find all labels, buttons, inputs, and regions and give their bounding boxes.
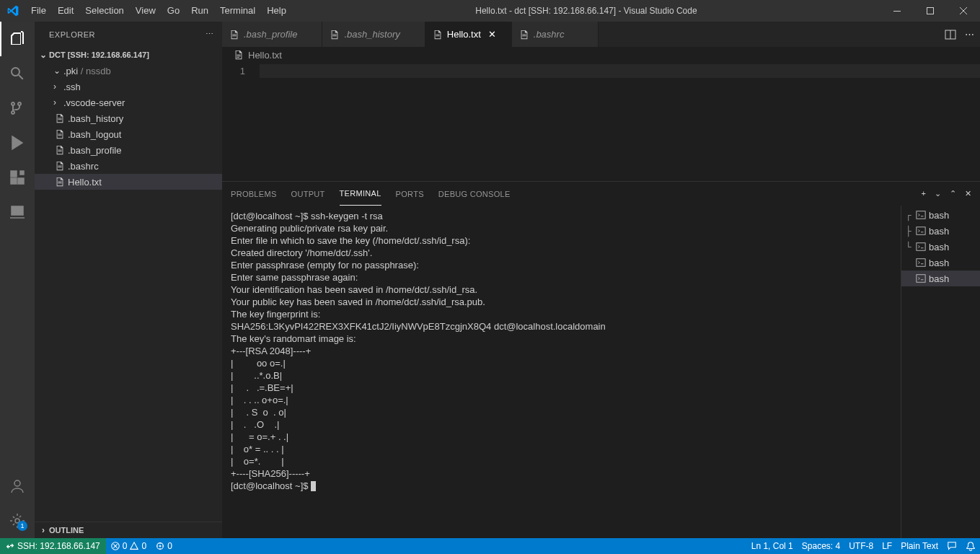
search-icon[interactable] <box>0 56 35 91</box>
split-editor-icon[interactable] <box>945 29 956 40</box>
terminal-label: bash <box>929 242 949 252</box>
status-problems[interactable]: 0 0 <box>106 538 151 554</box>
status-ports[interactable]: 0 <box>151 538 177 554</box>
sidebar-more-icon[interactable]: ⋯ <box>206 30 214 39</box>
close-button[interactable] <box>947 0 980 22</box>
svg-point-34 <box>159 545 162 548</box>
folder-item[interactable]: ›.vscode-server <box>35 94 222 110</box>
explorer-root[interactable]: ⌄ DCT [SSH: 192.168.66.147] <box>35 47 222 63</box>
chevron-down-icon: ⌄ <box>37 50 49 60</box>
svg-rect-27 <box>917 211 925 219</box>
chevron-icon: › <box>53 82 62 92</box>
source-control-icon[interactable] <box>0 91 35 126</box>
more-actions-icon[interactable]: ⋯ <box>965 29 974 40</box>
terminal-icon <box>916 226 926 236</box>
window-title: Hello.txt - dct [SSH: 192.168.66.147] - … <box>292 6 880 16</box>
file-item[interactable]: .bash_logout <box>35 126 222 142</box>
panel-tab-output[interactable]: OUTPUT <box>291 182 325 206</box>
terminal-list-item[interactable]: bash <box>901 271 980 286</box>
menu-view[interactable]: View <box>130 0 162 22</box>
terminal-list-item[interactable]: └bash <box>901 239 980 255</box>
folder-item[interactable]: ⌄.pki / nssdb <box>35 63 222 79</box>
menu-go[interactable]: Go <box>162 0 185 22</box>
extensions-icon[interactable] <box>0 160 35 195</box>
status-feedback-icon[interactable] <box>943 538 961 554</box>
tab-label: .bashrc <box>534 29 565 40</box>
maximize-button[interactable] <box>914 0 947 22</box>
maximize-panel-icon[interactable]: ⌃ <box>950 189 956 198</box>
terminal-label: bash <box>929 258 949 268</box>
status-encoding[interactable]: UTF-8 <box>844 538 878 554</box>
explorer-icon[interactable] <box>0 22 35 56</box>
remote-indicator[interactable]: SSH: 192.168.66.147 <box>0 538 106 554</box>
terminal-output[interactable]: [dct@localhost ~]$ ssh-keygen -t rsa Gen… <box>222 206 901 538</box>
window-controls <box>880 0 980 22</box>
chevron-right-icon: › <box>37 525 49 535</box>
svg-rect-28 <box>917 227 925 235</box>
titlebar: File Edit Selection View Go Run Terminal… <box>0 0 980 22</box>
menu-file[interactable]: File <box>25 0 52 22</box>
menu-run[interactable]: Run <box>185 0 214 22</box>
file-item[interactable]: .bash_profile <box>35 142 222 158</box>
tree-label: .bash_history <box>66 113 123 124</box>
tree-connector: ├ <box>906 226 913 237</box>
editor-tab[interactable]: .bash_history✕ <box>322 22 425 47</box>
new-terminal-icon[interactable]: + <box>922 189 926 198</box>
tree-connector: ┌ <box>906 210 913 221</box>
settings-badge: 1 <box>17 521 27 531</box>
file-item[interactable]: .bashrc <box>35 158 222 174</box>
run-debug-icon[interactable] <box>0 126 35 160</box>
status-spaces[interactable]: Spaces: 4 <box>798 538 844 554</box>
file-item[interactable]: .bash_history <box>35 110 222 126</box>
code-area[interactable] <box>260 64 980 181</box>
file-item[interactable]: Hello.txt <box>35 174 222 190</box>
editor-tab[interactable]: Hello.txt✕ <box>425 22 512 47</box>
status-eol[interactable]: LF <box>878 538 896 554</box>
terminal-cursor <box>311 481 316 491</box>
panel-tab-ports[interactable]: PORTS <box>396 182 424 206</box>
file-icon <box>53 129 66 139</box>
terminal-list-item[interactable]: ┌bash <box>901 207 980 223</box>
activity-bar: 1 <box>0 22 35 538</box>
file-icon <box>229 30 239 40</box>
status-notifications-icon[interactable] <box>961 538 980 554</box>
status-language[interactable]: Plain Text <box>896 538 943 554</box>
sidebar-title: EXPLORER <box>49 30 95 39</box>
remote-explorer-icon[interactable] <box>0 195 35 229</box>
editor-tab[interactable]: .bashrc✕ <box>512 22 599 47</box>
tree-label: .bashrc <box>66 161 99 172</box>
terminal-label: bash <box>929 226 949 237</box>
panel-tab-problems[interactable]: PROBLEMS <box>231 182 277 206</box>
panel-tab-terminal[interactable]: TERMINAL <box>340 182 381 206</box>
outline-section[interactable]: › OUTLINE <box>35 522 222 538</box>
chevron-icon: › <box>53 97 62 107</box>
menu-terminal[interactable]: Terminal <box>214 0 261 22</box>
terminal-list-item[interactable]: bash <box>901 255 980 271</box>
editor-tab[interactable]: .bash_profile✕ <box>222 22 322 47</box>
terminal-dropdown-icon[interactable]: ⌄ <box>935 189 941 198</box>
menu-selection[interactable]: Selection <box>79 0 129 22</box>
editor-group: .bash_profile✕.bash_history✕Hello.txt✕.b… <box>222 22 980 538</box>
breadcrumb[interactable]: Hello.txt <box>222 47 980 63</box>
panel-tab-debug-console[interactable]: DEBUG CONSOLE <box>438 182 511 206</box>
file-icon <box>519 30 529 40</box>
terminal-icon <box>916 210 926 220</box>
tree-label: .pki / nssdb <box>62 66 111 76</box>
minimize-button[interactable] <box>880 0 914 22</box>
account-icon[interactable] <box>0 469 35 504</box>
folder-item[interactable]: ›.ssh <box>35 79 222 94</box>
status-ln-col[interactable]: Ln 1, Col 1 <box>747 538 798 554</box>
menu-edit[interactable]: Edit <box>52 0 79 22</box>
settings-icon[interactable]: 1 <box>0 504 35 538</box>
breadcrumb-file: Hello.txt <box>248 50 282 61</box>
svg-rect-29 <box>917 243 925 251</box>
outline-label: OUTLINE <box>49 526 84 535</box>
close-panel-icon[interactable]: ✕ <box>965 189 971 198</box>
file-icon <box>330 30 340 40</box>
vscode-icon <box>0 5 25 17</box>
terminal-list-item[interactable]: ├bash <box>901 223 980 239</box>
menu-help[interactable]: Help <box>261 0 292 22</box>
editor[interactable]: 1 <box>222 63 980 181</box>
close-tab-icon[interactable]: ✕ <box>487 29 498 40</box>
code-line[interactable] <box>260 64 980 78</box>
